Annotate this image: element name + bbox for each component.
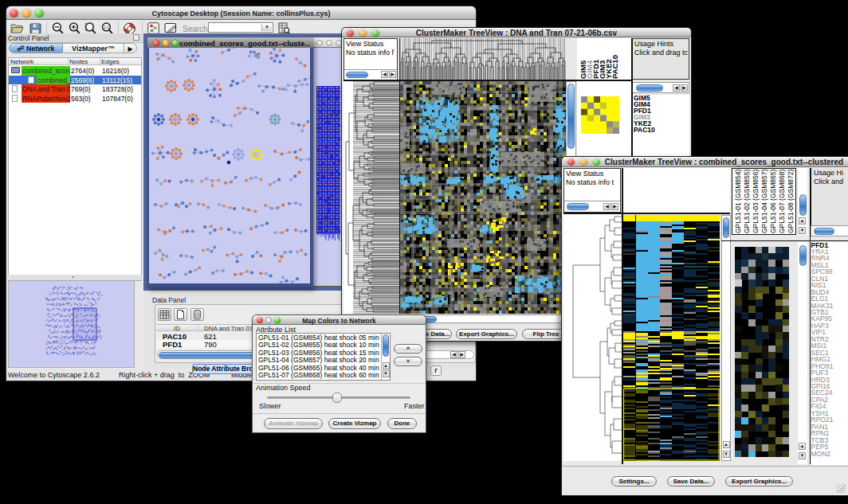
svg-text:1:1: 1:1	[104, 25, 109, 29]
